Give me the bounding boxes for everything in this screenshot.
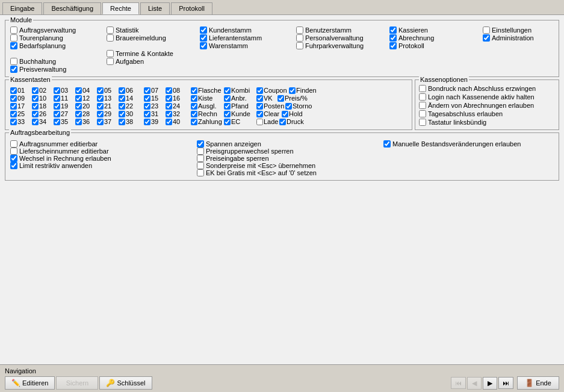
ab-ek-gratis[interactable]: EK bei Gratis mit <Esc> auf '0' setzen	[197, 169, 383, 176]
cb-statistik[interactable]: Statistik	[107, 26, 200, 34]
kt-kunde[interactable]: Kunde	[224, 110, 253, 117]
kt-ausgl[interactable]: Ausgl.	[191, 102, 224, 110]
ko-abrechnungen[interactable]: Ändern von Abrechnungen erlauben	[419, 102, 555, 109]
kt-33[interactable]: 33	[10, 118, 32, 125]
kt-19[interactable]: 19	[54, 102, 75, 110]
cb-protokoll[interactable]: Protokoll	[389, 42, 483, 49]
ko-bondruck[interactable]: Bondruck nach Abschluss erzwingen	[419, 85, 555, 92]
kt-20[interactable]: 20	[75, 102, 97, 110]
kt-hold[interactable]: Hold	[282, 110, 307, 117]
cb-warenstamm[interactable]: Warenstamm	[200, 42, 296, 49]
ab-preisgruppe[interactable]: Preisgruppenwechsel sperren	[197, 148, 383, 155]
ab-auftragsnummer[interactable]: Auftragsnummer editierbar	[10, 140, 197, 148]
nav-last-button[interactable]: ⏭	[498, 377, 513, 389]
ab-sonderpreise[interactable]: Sonderpreise mit <Esc> übernehmen	[197, 162, 383, 169]
tab-rechte[interactable]: Rechte	[102, 2, 139, 14]
kt-21[interactable]: 21	[97, 102, 119, 110]
kt-25[interactable]: 25	[10, 110, 32, 117]
cb-benutzerstamm[interactable]: Benutzerstamm	[296, 26, 389, 34]
kt-04[interactable]: 04	[75, 87, 97, 94]
nav-next-button[interactable]: ▶	[483, 377, 497, 390]
kt-03[interactable]: 03	[54, 87, 75, 94]
kt-kiste[interactable]: Kiste	[191, 95, 224, 102]
tab-protokoll[interactable]: Protokoll	[171, 2, 212, 14]
kt-30[interactable]: 30	[119, 110, 140, 117]
cb-preisverwaltung[interactable]: Preisverwaltung	[10, 66, 107, 73]
kt-15[interactable]: 15	[144, 95, 166, 102]
kt-finden[interactable]: Finden	[289, 87, 318, 94]
ko-tagesabschluss[interactable]: Tagesabschluss erlauben	[419, 110, 555, 117]
kt-37[interactable]: 37	[97, 118, 119, 125]
ko-login[interactable]: Login nach Kassenende aktiv halten	[419, 93, 555, 101]
tab-eingabe[interactable]: Eingabe	[2, 2, 42, 14]
kt-40[interactable]: 40	[166, 118, 187, 125]
kt-36[interactable]: 36	[75, 118, 97, 125]
kt-01[interactable]: 01	[10, 87, 32, 94]
cb-bedarfsplanung[interactable]: Bedarfsplanung	[10, 42, 107, 49]
kt-22[interactable]: 22	[119, 102, 140, 110]
kt-07[interactable]: 07	[144, 87, 166, 94]
kt-26[interactable]: 26	[32, 110, 54, 117]
kt-ec[interactable]: EC	[224, 118, 253, 125]
cb-buchhaltung[interactable]: Buchhaltung	[10, 58, 107, 65]
kt-rechn[interactable]: Rechn	[191, 110, 224, 117]
kt-14[interactable]: 14	[119, 95, 140, 102]
kt-11[interactable]: 11	[54, 95, 75, 102]
nav-first-button[interactable]: ⏮	[451, 377, 466, 389]
ab-limit[interactable]: Limit restriktiv anwenden	[10, 162, 197, 169]
kt-anbr[interactable]: Anbr.	[224, 95, 253, 102]
save-button[interactable]: Sichern	[56, 376, 98, 390]
kt-06[interactable]: 06	[119, 87, 140, 94]
tab-beschaeftigung[interactable]: Beschäftigung	[43, 2, 101, 14]
cb-personalverwaltung[interactable]: Personalverwaltung	[296, 34, 389, 42]
cb-lieferantenstamm[interactable]: Lieferantenstamm	[200, 34, 296, 42]
kt-24[interactable]: 24	[166, 102, 187, 110]
kt-preis-pct[interactable]: Preis/%	[277, 95, 311, 102]
end-button[interactable]: 🚪 Ende	[517, 376, 559, 390]
ab-preiseingabe[interactable]: Preiseingabe sperren	[197, 155, 383, 162]
kt-kombi[interactable]: Kombi	[224, 87, 253, 94]
kt-27[interactable]: 27	[54, 110, 75, 117]
ab-lieferscheinnummer[interactable]: Lieferscheinnummer editierbar	[10, 148, 197, 155]
kt-32[interactable]: 32	[166, 110, 187, 117]
cb-brauereimeldung[interactable]: Brauereimeldung	[107, 34, 200, 42]
ko-tastatur[interactable]: Tastatur linksbündig	[419, 119, 555, 126]
kt-05[interactable]: 05	[97, 87, 119, 94]
ab-spannen[interactable]: Spannen anzeigen	[197, 140, 383, 148]
cb-fuhrparkverwaltung[interactable]: Fuhrparkverwaltung	[296, 42, 389, 49]
kt-coupon[interactable]: Coupon	[256, 87, 289, 94]
kt-02[interactable]: 02	[32, 87, 54, 94]
kt-druck[interactable]: Druck	[279, 118, 305, 125]
kt-10[interactable]: 10	[32, 95, 54, 102]
kt-23[interactable]: 23	[144, 102, 166, 110]
tab-liste[interactable]: Liste	[140, 2, 170, 14]
cb-einstellungen[interactable]: Einstellungen	[483, 26, 564, 34]
kt-08[interactable]: 08	[166, 87, 187, 94]
kt-17[interactable]: 17	[10, 102, 32, 110]
kt-29[interactable]: 29	[97, 110, 119, 117]
cb-abrechnung[interactable]: Abrechnung	[389, 34, 483, 42]
cb-auftragsverwaltung[interactable]: Auftragsverwaltung	[10, 26, 107, 34]
cb-termine-kontakte[interactable]: Termine & Kontakte	[107, 50, 200, 57]
kt-13[interactable]: 13	[97, 95, 119, 102]
cb-kassieren[interactable]: Kassieren	[389, 26, 483, 34]
nav-prev-button[interactable]: ◀	[467, 377, 482, 390]
kt-16[interactable]: 16	[166, 95, 187, 102]
kt-09[interactable]: 09	[10, 95, 32, 102]
kt-storno[interactable]: Storno	[285, 102, 314, 110]
kt-35[interactable]: 35	[54, 118, 75, 125]
kt-posten[interactable]: Posten	[256, 102, 285, 110]
kt-39[interactable]: 39	[144, 118, 166, 125]
kt-34[interactable]: 34	[32, 118, 54, 125]
kt-18[interactable]: 18	[32, 102, 54, 110]
kt-clear[interactable]: Clear	[256, 110, 282, 117]
edit-button[interactable]: ✏️ Editieren	[5, 376, 55, 390]
kt-vk[interactable]: VK	[256, 95, 277, 102]
key-button[interactable]: 🔑 Schlüssel	[99, 376, 152, 390]
kt-12[interactable]: 12	[75, 95, 97, 102]
kt-31[interactable]: 31	[144, 110, 166, 117]
kt-pfand[interactable]: Pfand	[224, 102, 253, 110]
kt-flasche[interactable]: Flasche	[191, 87, 224, 94]
cb-administration[interactable]: Administration	[483, 34, 564, 42]
kt-38[interactable]: 38	[119, 118, 140, 125]
